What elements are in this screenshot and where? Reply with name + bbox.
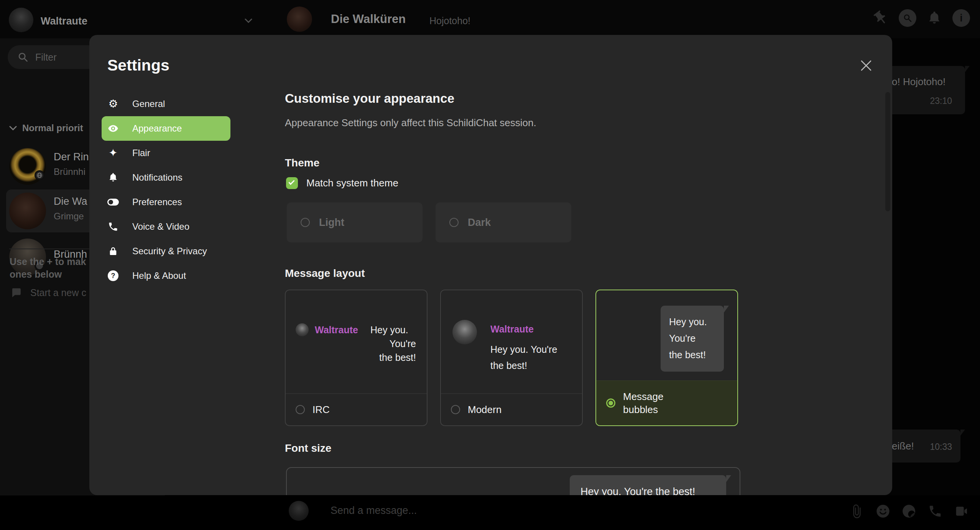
space-name[interactable]: Waltraute xyxy=(41,15,87,27)
gear-icon: ⚙ xyxy=(107,98,119,110)
message-text: eiße! xyxy=(892,440,914,452)
preview-text: Hey you. You're the best! xyxy=(580,486,695,495)
nav-label: Notifications xyxy=(132,172,183,183)
question-icon: ? xyxy=(107,270,119,281)
room-name: Der Rin xyxy=(54,151,89,163)
modal-scrollbar[interactable] xyxy=(885,92,890,211)
toggle-icon xyxy=(107,196,119,208)
own-avatar xyxy=(289,501,309,521)
message-layout-heading: Message layout xyxy=(285,267,365,280)
preview-text: the best! xyxy=(490,360,527,371)
nav-item-help-about[interactable]: ? Help & About xyxy=(102,263,230,288)
radio-checked-icon xyxy=(606,398,615,408)
nav-item-flair[interactable]: ✦ Flair xyxy=(102,141,230,165)
lock-icon xyxy=(107,245,119,257)
voice-call-icon[interactable] xyxy=(927,503,943,519)
pin-icon[interactable] xyxy=(872,9,890,27)
attachment-icon[interactable] xyxy=(849,503,865,519)
preview-text: You're xyxy=(390,338,416,349)
layout-option-label: Message bubbles xyxy=(623,390,688,416)
start-new-chat-button[interactable]: Start a new c xyxy=(10,287,86,298)
nav-label: Help & About xyxy=(132,270,186,281)
notifications-icon[interactable] xyxy=(926,9,943,27)
preview-username: Waltraute xyxy=(490,324,534,335)
preview-text: You're xyxy=(669,333,696,344)
space-avatar[interactable] xyxy=(9,8,33,32)
sticker-icon[interactable] xyxy=(901,503,917,519)
settings-nav: ⚙ General Appearance ✦ Flair Notificatio… xyxy=(102,92,230,288)
room-avatar[interactable] xyxy=(287,7,312,32)
section-label: Normal priorit xyxy=(22,123,83,133)
phone-icon xyxy=(107,221,119,232)
layout-option-label: IRC xyxy=(312,403,378,416)
nav-label: Preferences xyxy=(132,197,182,207)
layout-option-irc[interactable]: Waltraute Hey you. You're the best! IRC xyxy=(285,290,428,426)
nav-item-notifications[interactable]: Notifications xyxy=(102,165,230,190)
nav-item-general[interactable]: ⚙ General xyxy=(102,92,230,116)
room-name: Die Wa xyxy=(54,196,87,207)
nav-label: Voice & Video xyxy=(132,221,189,232)
nav-label: Security & Privacy xyxy=(132,246,207,257)
checkbox-label: Match system theme xyxy=(306,177,398,189)
checkbox-checked-icon xyxy=(286,177,298,189)
info-glyph: i xyxy=(960,12,963,24)
nav-item-voice-video[interactable]: Voice & Video xyxy=(102,214,230,239)
nav-item-security-privacy[interactable]: Security & Privacy xyxy=(102,239,230,263)
eye-icon xyxy=(107,123,119,134)
sparkle-icon: ✦ xyxy=(107,147,119,159)
layout-footer: Message bubbles xyxy=(596,380,737,425)
page-heading: Customise your appearance xyxy=(285,91,454,106)
section-chevron-icon xyxy=(9,126,17,130)
public-room-badge-icon xyxy=(35,170,44,180)
nav-item-appearance[interactable]: Appearance xyxy=(102,116,230,141)
composer-input[interactable]: Send a message... xyxy=(331,505,417,517)
search-icon[interactable] xyxy=(899,9,916,27)
theme-heading: Theme xyxy=(285,157,319,169)
topbar-actions: i xyxy=(872,9,970,27)
radio-icon xyxy=(449,218,459,227)
preview-text: the best! xyxy=(669,349,706,360)
start-new-chat-label: Start a new c xyxy=(30,287,86,298)
bell-icon xyxy=(107,172,119,183)
hint-line-2: ones below xyxy=(10,268,86,281)
layout-option-message-bubbles[interactable]: Hey you. You're the best! Message bubble… xyxy=(595,290,738,426)
preview-username: Waltraute xyxy=(315,324,358,336)
room-info-icon[interactable]: i xyxy=(952,9,970,27)
theme-option-light[interactable]: Light xyxy=(287,202,423,242)
nav-label: General xyxy=(132,99,165,109)
layout-footer: Modern xyxy=(441,393,582,425)
settings-dialog: Settings ⚙ General Appearance ✦ Flair xyxy=(89,35,892,495)
video-call-icon[interactable] xyxy=(953,503,969,519)
close-icon[interactable] xyxy=(858,58,874,73)
radio-icon xyxy=(451,405,460,414)
preview-text: the best! xyxy=(379,352,416,363)
room-title: Die Walküren xyxy=(331,12,406,26)
theme-option-dark[interactable]: Dark xyxy=(436,202,571,242)
message-timestamp: 10:33 xyxy=(930,442,952,452)
room-topic: Hojotoho! xyxy=(429,15,470,26)
preview-text: Hey you. xyxy=(370,324,408,336)
theme-options: Light Dark xyxy=(287,202,571,242)
radio-icon xyxy=(296,405,305,414)
chevron-down-icon[interactable] xyxy=(245,18,252,23)
settings-title: Settings xyxy=(107,56,169,74)
sidebar-hint: Use the + to mak ones below xyxy=(10,255,86,281)
layout-footer: IRC xyxy=(286,393,427,425)
message-composer: Send a message... xyxy=(0,495,980,530)
preview-text: Hey you. You're xyxy=(490,344,557,355)
nav-label: Flair xyxy=(132,148,150,158)
section-normal-priority[interactable]: Normal priorit xyxy=(9,123,83,133)
nav-label: Appearance xyxy=(132,123,182,134)
layout-option-modern[interactable]: Waltraute Hey you. You're the best! Mode… xyxy=(440,290,583,426)
top-bar: Waltraute Die Walküren Hojotoho! i xyxy=(0,0,980,38)
preview-avatar xyxy=(452,320,477,344)
appearance-settings-panel: Customise your appearance Appearance Set… xyxy=(285,35,829,495)
font-size-preview: Hey you. You're the best! xyxy=(286,467,740,495)
layout-option-label: Modern xyxy=(468,403,533,416)
message-layout-options: Waltraute Hey you. You're the best! IRC … xyxy=(285,290,738,426)
match-system-theme-checkbox[interactable]: Match system theme xyxy=(286,177,398,189)
nav-item-preferences[interactable]: Preferences xyxy=(102,190,230,214)
filter-search-icon xyxy=(18,52,28,63)
emoji-icon[interactable] xyxy=(875,503,891,519)
preview-bubble: Hey you. You're the best! xyxy=(661,306,724,372)
